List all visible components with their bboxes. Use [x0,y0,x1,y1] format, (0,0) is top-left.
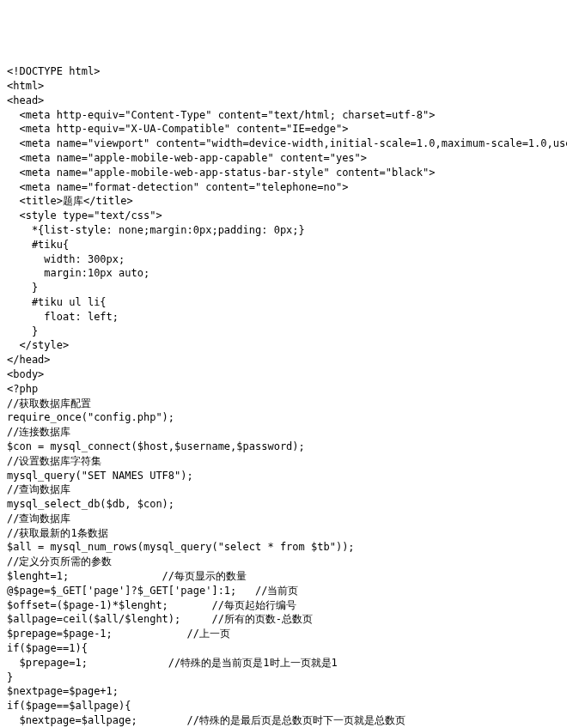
code-line: //查询数据库 [7,513,70,525]
code-line: </style> [7,339,69,351]
code-line: <title>题库</title> [7,195,133,207]
code-line: if($page==1){ [7,642,88,654]
code-line: <body> [7,368,44,380]
code-line: $prepage=$page-1; //上一页 [7,628,230,640]
code-line: <meta name="format-detection" content="t… [7,181,348,193]
code-line: <style type="text/css"> [7,209,162,221]
code-line: *{list-style: none;margin:0px;padding: 0… [7,224,305,236]
code-line: $lenght=1; //每页显示的数量 [7,570,247,582]
code-line: <!DOCTYPE html> [7,65,100,77]
code-line: <meta name="apple-mobile-web-app-status-… [7,167,436,179]
code-line: //查询数据库 [7,483,70,495]
code-line: } [7,282,38,294]
code-line: $nextpage=$allpage; //特殊的是最后页是总数页时下一页就是总… [7,714,405,726]
code-line: $con = mysql_connect($host,$username,$pa… [7,440,305,452]
code-line: //获取数据库配置 [7,397,91,410]
code-line: #tiku ul li{ [7,296,107,308]
code-line: $prepage=1; //特殊的是当前页是1时上一页就是1 [7,657,338,669]
code-line: mysql_query("SET NAMES UTF8"); [7,470,193,482]
code-line: <meta name="apple-mobile-web-app-capable… [7,152,367,164]
code-line: <meta http-equiv="X-UA-Compatible" conte… [7,123,348,135]
code-line: //定义分页所需的参数 [7,555,112,567]
code-line: } [7,325,38,337]
code-block: <!DOCTYPE html> <html> <head> <meta http… [7,64,560,728]
code-line: $all = mysql_num_rows(mysql_query("selec… [7,541,355,553]
code-line: //连接数据库 [7,426,70,438]
code-line: <head> [7,94,44,106]
code-line: $offset=($page-1)*$lenght; //每页起始行编号 [7,599,296,611]
code-line: #tiku{ [7,239,69,251]
code-line: </head> [7,354,51,366]
code-line: require_once("config.php"); [7,411,174,423]
code-line: //获取最新的1条数据 [7,527,108,539]
code-line: <meta name="viewport" content="width=dev… [7,137,567,149]
code-line: <meta http-equiv="Content-Type" content=… [7,109,436,121]
code-line: @$page=$_GET['page']?$_GET['page']:1; //… [7,585,298,597]
code-line: if($page==$allpage){ [7,700,131,712]
code-line: mysql_select_db($db, $con); [7,498,174,510]
code-line: $allpage=ceil($all/$lenght); //所有的页数-总数页 [7,613,313,625]
code-line: $nextpage=$page+1; [7,685,119,697]
code-line: margin:10px auto; [7,267,149,279]
code-line: <?php [7,383,38,395]
code-line: } [7,671,13,683]
code-line: <html> [7,80,44,92]
code-line: //设置数据库字符集 [7,455,101,467]
code-line: float: left; [7,311,119,323]
code-line: width: 300px; [7,253,125,265]
